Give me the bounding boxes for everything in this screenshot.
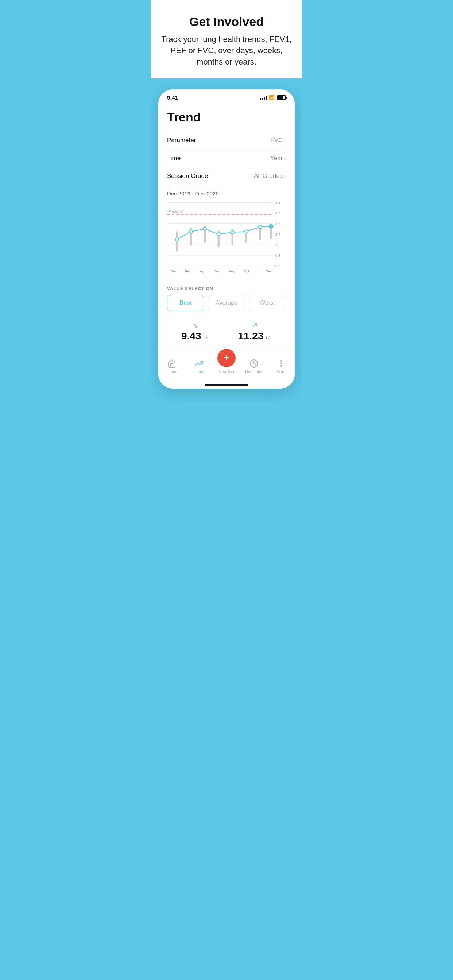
chart-container: Predicted 4,8 4,0 3,2 2,4 1,6 0,8 0,0 xyxy=(167,199,286,280)
home-indicator xyxy=(205,384,248,386)
home-icon xyxy=(167,359,176,368)
time-label: Time xyxy=(167,154,180,162)
new-test-button[interactable]: + xyxy=(217,349,236,367)
session-grade-chevron: › xyxy=(284,173,286,179)
session-grade-row[interactable]: Session Grade All Grades › xyxy=(167,167,286,185)
bottom-nav: Home Trend + New test xyxy=(158,345,295,381)
trend-icon xyxy=(195,359,204,368)
svg-text:4,0: 4,0 xyxy=(275,211,281,215)
trend-chart: Predicted 4,8 4,0 3,2 2,4 1,6 0,8 0,0 xyxy=(167,199,286,279)
status-icons: 📶 xyxy=(260,95,286,100)
svg-text:0,8: 0,8 xyxy=(275,253,281,258)
value-selection: Best Average Worst xyxy=(167,295,286,311)
stat-unit-2: L/s xyxy=(266,336,272,340)
value-selection-label: VALUE SELECTION xyxy=(167,286,286,291)
average-button[interactable]: Average xyxy=(208,295,245,311)
svg-point-28 xyxy=(231,231,234,234)
date-range: Dec 2019 - Dec 2020 xyxy=(167,190,286,197)
session-grade-value: All Grades › xyxy=(254,172,286,180)
header-section: Get Involved Track your lung health tren… xyxy=(151,0,302,78)
nav-new-test-label: New test xyxy=(219,369,234,374)
stat-value-2: 11.23 xyxy=(238,330,263,342)
svg-text:Dec: Dec xyxy=(170,269,177,274)
nav-more[interactable]: More xyxy=(270,359,292,374)
stat-item-2: ↗ 11.23 L/s xyxy=(238,321,272,342)
svg-text:Predicted: Predicted xyxy=(169,209,184,213)
svg-text:Oct: Oct xyxy=(244,269,249,274)
svg-point-31 xyxy=(269,224,273,229)
svg-point-25 xyxy=(189,230,193,233)
signal-icon xyxy=(260,95,266,100)
app-content: Trend Parameter FVC › Time Year › Sessio… xyxy=(158,103,295,345)
svg-text:Dec: Dec xyxy=(266,269,272,274)
svg-point-41 xyxy=(281,363,281,364)
svg-text:Feb: Feb xyxy=(185,269,191,274)
time-row[interactable]: Time Year › xyxy=(167,150,286,167)
header-subtitle: Track your lung health trends, FEV1, PEF… xyxy=(158,34,295,67)
svg-text:2,4: 2,4 xyxy=(275,232,281,236)
more-icon xyxy=(277,359,286,368)
best-button[interactable]: Best xyxy=(167,295,204,311)
worst-button[interactable]: Worst xyxy=(249,295,286,311)
parameter-chevron: › xyxy=(284,137,286,143)
svg-point-30 xyxy=(258,225,262,229)
home-indicator-row xyxy=(158,381,295,389)
header-title: Get Involved xyxy=(158,14,295,29)
time-value: Year › xyxy=(270,154,286,162)
svg-text:1,6: 1,6 xyxy=(275,243,281,247)
stat-item-1: ↘ 9.43 L/s xyxy=(181,321,209,342)
nav-reminder-label: Reminder xyxy=(245,369,263,374)
phone-mockup: 9:41 📶 Trend Parameter FVC › xyxy=(158,89,295,389)
nav-more-label: More xyxy=(276,369,286,374)
status-time: 9:41 xyxy=(167,94,178,100)
stats-row: ↘ 9.43 L/s ↗ 11.23 L/s xyxy=(167,317,286,345)
bottom-spacer xyxy=(151,389,302,403)
svg-text:3,2: 3,2 xyxy=(275,222,281,226)
svg-point-24 xyxy=(175,238,179,241)
nav-trend-label: Trend xyxy=(194,369,204,374)
nav-new-test[interactable]: + New test xyxy=(215,349,238,374)
nav-reminder[interactable]: Reminder xyxy=(243,359,265,374)
time-chevron: › xyxy=(284,155,286,161)
svg-text:Apr: Apr xyxy=(200,269,206,274)
svg-text:Aug: Aug xyxy=(229,269,235,274)
parameter-value: FVC › xyxy=(270,137,286,144)
status-bar: 9:41 📶 xyxy=(158,89,295,103)
stat-value-1: 9.43 xyxy=(181,330,201,342)
page-title: Trend xyxy=(167,110,286,124)
outer-wrapper: Get Involved Track your lung health tren… xyxy=(151,0,302,403)
svg-text:Jun: Jun xyxy=(214,269,220,274)
stat-unit-1: L/s xyxy=(204,336,209,340)
parameter-label: Parameter xyxy=(167,137,196,144)
svg-point-27 xyxy=(217,232,220,236)
svg-point-26 xyxy=(203,228,206,231)
stat-arrow-down: ↘ xyxy=(192,321,198,329)
svg-point-29 xyxy=(245,230,248,233)
nav-home-label: Home xyxy=(167,369,177,374)
nav-trend[interactable]: Trend xyxy=(188,359,210,374)
stat-arrow-up: ↗ xyxy=(252,321,258,329)
wifi-icon: 📶 xyxy=(269,95,274,100)
svg-point-42 xyxy=(281,366,281,366)
svg-text:0,0: 0,0 xyxy=(275,264,281,268)
plus-icon: + xyxy=(223,353,230,363)
reminder-icon xyxy=(249,359,258,368)
parameter-row[interactable]: Parameter FVC › xyxy=(167,132,286,150)
svg-point-40 xyxy=(281,361,281,361)
session-grade-label: Session Grade xyxy=(167,172,208,180)
nav-home[interactable]: Home xyxy=(161,359,183,374)
battery-icon xyxy=(277,95,286,100)
svg-text:4,8: 4,8 xyxy=(275,200,281,205)
